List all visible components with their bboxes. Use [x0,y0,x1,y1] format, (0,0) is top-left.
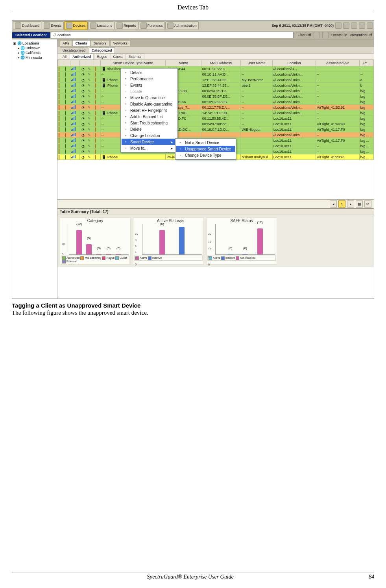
table-row[interactable]: ◔✎--//Locations/Unkn...--b/g ... [58,132,374,138]
menu-delete[interactable]: ▫Delete [122,126,177,132]
config-icon[interactable]: ✎ [87,83,92,87]
locate-icon[interactable]: ◔ [81,106,85,109]
menu-details[interactable]: ▫Details [122,69,177,76]
menu-reset-rf-fingerprint[interactable]: ▫Reset RF Fingerprint [122,107,177,113]
config-icon[interactable]: ✎ [87,100,92,104]
menu-add-to-banned-list[interactable]: ▫Add to Banned List [122,113,177,120]
fullscreen-icon[interactable] [367,22,373,29]
location-tree[interactable]: ▣🌐Locations ▸🌐Unknown▸🌐California▸🌐Minne… [12,39,57,299]
menu-performance[interactable]: ▫Performance [122,76,177,82]
table-row[interactable]: ◔✎📱 iPhone74:11:EE:0B...14:74:11:EE:0B..… [58,110,374,116]
top-tab-devices[interactable]: Devices [64,21,88,30]
locate-icon[interactable]: ◔ [81,100,85,104]
authtab-all[interactable]: All [60,54,69,59]
config-icon[interactable]: ✎ [87,89,92,93]
locate-icon[interactable]: ◔ [81,95,85,98]
subtab-aps[interactable]: APs [60,40,72,46]
top-tab-reports[interactable]: Reports [115,21,138,30]
menu-start-troubleshooting[interactable]: ▫Start Troubleshooting [122,120,177,126]
table-row[interactable]: ◔✎📱 iPhoneName12:EF:33:44:55...MyUserNam… [58,77,374,83]
config-icon[interactable]: ✎ [87,122,92,126]
config-icon[interactable]: ✎ [87,155,92,159]
table-row[interactable]: ◔✎--co-Linksys_7...00:12:17:78:DA...--//… [58,105,374,110]
tree-root[interactable]: ▣🌐Locations [13,41,56,46]
col-0[interactable] [58,60,64,66]
locate-icon[interactable]: ◔ [81,117,85,121]
settings-icon[interactable] [351,22,357,29]
col-12[interactable]: Pr... [359,60,373,66]
menu-events[interactable]: ▫Events [122,82,177,88]
config-icon[interactable]: ✎ [87,111,92,115]
locate-icon[interactable]: ◔ [81,139,85,143]
pager-page[interactable]: 1 [338,200,345,208]
menu-move-to-[interactable]: ▫Move to...▸ [122,145,177,151]
table-row[interactable]: ◔✎--n-Hai_1D:DC...00:16:CF:1D:D...WIBHUg… [58,127,374,132]
config-icon[interactable]: ✎ [87,150,92,154]
config-icon[interactable]: ✎ [87,128,92,132]
cattab-categorized[interactable]: Categorized [89,47,115,53]
table-row[interactable]: ◔✎--in_55:4D:FC00:11:50:55:4D...--Loc1/L… [58,116,374,121]
events-icon[interactable] [322,32,329,38]
col-9[interactable]: User Name [241,60,272,66]
table-row[interactable]: ◔✎--SH00:0E:35:BF:D5...--//Locations/Unk… [58,94,374,99]
top-tab-forensics[interactable]: Forensics [139,21,165,30]
authtab-external[interactable]: External [126,54,144,59]
tree-node-california[interactable]: ▸🌐California [18,50,56,55]
config-icon[interactable]: ✎ [87,95,92,98]
col-10[interactable]: Location [272,60,316,66]
refresh-icon[interactable] [335,22,342,29]
tree-node-minnesota[interactable]: ▸🌐Minnesota [18,55,56,60]
config-icon[interactable]: ✎ [87,117,92,121]
config-icon[interactable]: ✎ [87,144,92,148]
config-icon[interactable]: ✎ [87,139,92,143]
locate-icon[interactable]: ◔ [81,122,85,126]
subtab-clients[interactable]: Clients [73,40,90,46]
config-icon[interactable]: ✎ [87,67,92,71]
cattab-uncategorized[interactable]: Uncategorized [60,47,88,53]
table-row[interactable]: ◔✎--os_21:E3:3B00:02:6F:21:E3...--//Loca… [58,88,374,94]
col-4[interactable] [86,60,94,66]
locate-icon[interactable]: ◔ [81,67,85,71]
top-tab-administration[interactable]: Administration [165,21,199,30]
menu-move-to-quarantine[interactable]: ▫Move to Quarantine [122,95,177,101]
menu-change-device-type[interactable]: ▫Change Device Type [176,152,235,158]
locate-icon[interactable]: ◔ [81,128,85,132]
authtab-guest[interactable]: Guest [111,54,126,59]
config-icon[interactable]: ✎ [87,72,92,76]
locate-icon[interactable]: ◔ [81,144,85,148]
col-11[interactable]: Associated AP [316,60,360,66]
location-path[interactable]: //Locations [51,32,294,38]
locate-icon[interactable]: ◔ [81,72,85,76]
help-icon[interactable] [343,22,349,29]
pager-refresh[interactable]: ⟳ [364,200,371,208]
filter-icon[interactable] [314,32,320,38]
locate-icon[interactable]: ◔ [81,133,85,137]
menu-not-a-smart-device[interactable]: ▫Not a Smart Device [176,139,235,146]
menu-smart-device[interactable]: ▫Smart Device▸ [122,139,177,145]
config-icon[interactable]: ✎ [87,78,92,82]
pager-goto[interactable]: ▦ [356,200,363,208]
table-row[interactable]: ◔✎--el_92:0B:A600:19:D2:92:0B...--//Loca… [58,99,374,105]
subtab-networks[interactable]: Networks [110,40,131,46]
events-status[interactable]: Events On [331,33,347,37]
menu-change-location[interactable]: ▫Change Location [122,132,177,139]
locate-icon[interactable]: ◔ [81,150,85,154]
top-tab-events[interactable]: Events [42,21,64,30]
locate-icon[interactable]: ◔ [81,155,85,159]
col-3[interactable] [80,60,86,66]
menu-disable-auto-quarantine[interactable]: ▫Disable Auto-quarantine [122,101,177,107]
prevention-status[interactable]: Prevention Off [350,33,372,37]
config-icon[interactable]: ✎ [87,106,92,109]
context-menu[interactable]: ▫Details▫Performance▫Events▫Locate▫Move … [120,68,178,152]
authtab-authorized[interactable]: Authorized [70,54,94,59]
subtab-sensors[interactable]: Sensors [91,40,109,46]
table-row[interactable]: ◔✎📱 Blackberryel_22:33:4400:1C:0F:22:3..… [58,66,374,72]
col-8[interactable]: MAC Address [201,60,241,66]
filter-status[interactable]: Filter Off [297,33,311,37]
tree-node-unknown[interactable]: ▸🌐Unknown [18,46,56,50]
top-tab-locations[interactable]: Locations [88,21,115,30]
col-7[interactable]: Name [166,60,201,66]
col-1[interactable] [64,60,70,66]
top-tab-dashboard[interactable]: Dashboard [13,21,41,30]
pager-prev[interactable]: ◂ [330,200,337,208]
